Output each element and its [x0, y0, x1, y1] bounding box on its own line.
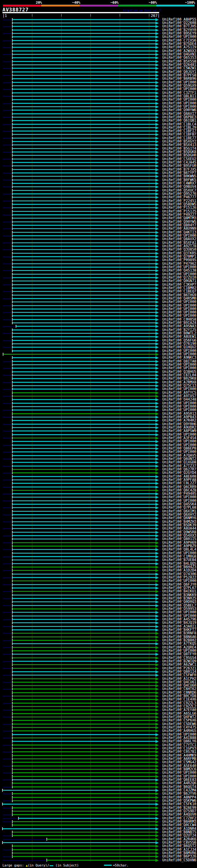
- hit-bar[interactable]: [12, 357, 156, 358]
- hit-bar[interactable]: [12, 204, 156, 205]
- hit-bar[interactable]: [12, 33, 156, 34]
- hit-arrow-icon[interactable]: [156, 98, 159, 101]
- hit-bar[interactable]: [3, 354, 156, 355]
- hit-bar[interactable]: [12, 511, 156, 512]
- hit-arrow-icon[interactable]: [156, 848, 159, 851]
- hit-bar[interactable]: [12, 43, 156, 44]
- hit-arrow-icon[interactable]: [156, 587, 159, 590]
- hit-arrow-icon[interactable]: [156, 444, 159, 447]
- hit-arrow-icon[interactable]: [156, 503, 159, 506]
- hit-bar[interactable]: [12, 228, 156, 229]
- hit-arrow-icon[interactable]: [156, 841, 159, 844]
- hit-bar[interactable]: [12, 490, 156, 491]
- hit-bar[interactable]: [12, 274, 156, 275]
- hit-arrow-icon[interactable]: [156, 583, 159, 586]
- hit-bar[interactable]: [2, 828, 156, 829]
- hit-bar[interactable]: [12, 396, 156, 397]
- hit-bar[interactable]: [12, 588, 156, 588]
- hit-bar[interactable]: [12, 601, 156, 602]
- hit-arrow-icon[interactable]: [156, 123, 159, 126]
- hit-arrow-icon[interactable]: [156, 416, 159, 419]
- hit-arrow-icon[interactable]: [156, 164, 159, 167]
- hit-bar[interactable]: [12, 629, 156, 630]
- hit-arrow-icon[interactable]: [156, 395, 159, 398]
- hit-arrow-icon[interactable]: [156, 276, 159, 279]
- hit-bar[interactable]: [12, 193, 156, 194]
- hit-bar[interactable]: [12, 343, 156, 344]
- hit-bar[interactable]: [12, 232, 156, 233]
- hit-arrow-icon[interactable]: [156, 206, 159, 209]
- hit-arrow-icon[interactable]: [156, 318, 159, 321]
- hit-bar[interactable]: [12, 762, 156, 763]
- hit-arrow-icon[interactable]: [156, 70, 159, 73]
- hit-bar[interactable]: [12, 99, 156, 100]
- hit-arrow-icon[interactable]: [156, 785, 159, 788]
- hit-arrow-icon[interactable]: [156, 615, 159, 618]
- hit-bar[interactable]: [12, 709, 156, 710]
- hit-arrow-icon[interactable]: [156, 433, 159, 436]
- hit-arrow-icon[interactable]: [156, 702, 159, 705]
- hit-arrow-icon[interactable]: [156, 827, 159, 831]
- hit-arrow-icon[interactable]: [156, 60, 159, 63]
- hit-bar[interactable]: [12, 731, 156, 731]
- hit-bar[interactable]: [12, 591, 156, 592]
- hit-arrow-icon[interactable]: [156, 391, 159, 395]
- hit-arrow-icon[interactable]: [156, 775, 159, 778]
- hit-arrow-icon[interactable]: [156, 29, 159, 32]
- hit-arrow-icon[interactable]: [156, 534, 159, 537]
- hit-bar[interactable]: [12, 738, 156, 738]
- hit-bar[interactable]: [12, 538, 156, 539]
- hit-arrow-icon[interactable]: [156, 541, 159, 545]
- hit-bar[interactable]: [12, 186, 156, 187]
- hit-arrow-icon[interactable]: [156, 611, 159, 614]
- hit-bar[interactable]: [12, 535, 156, 536]
- hit-arrow-icon[interactable]: [156, 154, 159, 157]
- hit-arrow-icon[interactable]: [156, 423, 159, 426]
- hit-arrow-icon[interactable]: [156, 580, 159, 583]
- hit-arrow-icon[interactable]: [156, 294, 159, 297]
- hit-bar[interactable]: [12, 389, 156, 390]
- hit-bar[interactable]: [12, 525, 156, 526]
- hit-bar[interactable]: [12, 403, 156, 404]
- hit-arrow-icon[interactable]: [156, 349, 159, 352]
- hit-bar[interactable]: [2, 842, 156, 843]
- hit-arrow-icon[interactable]: [156, 852, 159, 855]
- hit-bar[interactable]: [12, 532, 156, 533]
- hit-bar[interactable]: [12, 106, 156, 107]
- hit-arrow-icon[interactable]: [156, 252, 159, 255]
- hit-arrow-icon[interactable]: [156, 810, 159, 813]
- hit-bar[interactable]: [12, 284, 156, 285]
- hit-arrow-icon[interactable]: [156, 806, 159, 809]
- hit-arrow-icon[interactable]: [156, 674, 159, 677]
- hit-arrow-icon[interactable]: [156, 733, 159, 736]
- hit-bar[interactable]: [12, 748, 156, 749]
- hit-bar[interactable]: [12, 103, 156, 104]
- hit-arrow-icon[interactable]: [156, 273, 159, 276]
- hit-arrow-icon[interactable]: [156, 817, 159, 820]
- hit-arrow-icon[interactable]: [156, 50, 159, 53]
- hit-bar[interactable]: [12, 553, 156, 554]
- hit-arrow-icon[interactable]: [156, 639, 159, 642]
- hit-arrow-icon[interactable]: [156, 109, 159, 112]
- hit-arrow-icon[interactable]: [156, 255, 159, 258]
- hit-bar[interactable]: [12, 797, 156, 798]
- hit-arrow-icon[interactable]: [156, 656, 159, 659]
- hit-arrow-icon[interactable]: [156, 287, 159, 290]
- hit-arrow-icon[interactable]: [156, 719, 159, 722]
- hit-bar[interactable]: [12, 570, 156, 571]
- hit-bar[interactable]: [12, 159, 156, 159]
- hit-bar[interactable]: [12, 448, 156, 449]
- hit-arrow-icon[interactable]: [156, 744, 159, 747]
- hit-bar[interactable]: [12, 699, 156, 700]
- hit-bar[interactable]: [12, 214, 156, 215]
- hit-arrow-icon[interactable]: [156, 116, 159, 119]
- hit-arrow-icon[interactable]: [156, 46, 159, 49]
- hit-bar[interactable]: [12, 134, 156, 135]
- hit-arrow-icon[interactable]: [156, 374, 159, 377]
- hit-bar[interactable]: [12, 253, 156, 254]
- hit-bar[interactable]: [12, 814, 156, 815]
- hit-bar[interactable]: [12, 688, 156, 689]
- hit-arrow-icon[interactable]: [156, 35, 159, 38]
- hit-bar[interactable]: [12, 57, 156, 58]
- hit-arrow-icon[interactable]: [156, 105, 159, 108]
